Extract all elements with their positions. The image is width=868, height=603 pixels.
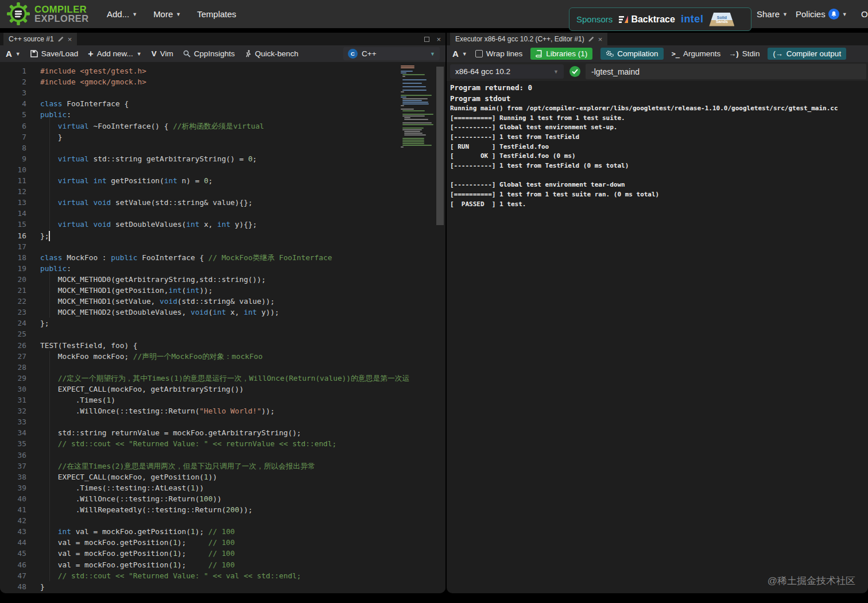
code-line: } [40,132,436,142]
menu-more[interactable]: More▼ [153,9,181,19]
output-line: [----------] 1 test from TestField [450,133,866,142]
code-line: public: [40,109,436,120]
line-number: 41 [0,504,26,515]
line-number: 7 [0,132,26,142]
chevron-down-icon: ▼ [176,11,181,17]
wrap-lines-toggle[interactable]: Wrap lines [475,49,523,58]
code-line: TEST(TestField, foo) { [40,340,436,351]
maximize-icon[interactable] [424,37,429,42]
line-number: 15 [0,219,26,230]
sponsors-box[interactable]: Sponsors Backtrace intel Solid Sands [569,7,751,31]
line-number: 38 [0,471,26,482]
output-line [450,171,866,181]
executor-toolbar: A ▼ Wrap lines Libraries (1) Compilation… [447,45,868,62]
code-line: //定义一个期望行为，其中Times(1)的意思是运行一次，WillOnce(R… [40,373,436,384]
compiler-output-button[interactable]: (→ Compiler output [768,48,846,60]
arrow-out-icon: (→ [773,49,782,58]
line-number: 9 [0,153,26,164]
save-load-button[interactable]: Save/Load [30,49,79,58]
line-number: 44 [0,537,26,548]
vim-toggle-button[interactable]: V Vim [152,49,173,58]
compiler-explorer-logo[interactable]: COMPILER EXPLORER [7,2,89,25]
rename-pencil-icon[interactable] [588,36,594,42]
line-number: 28 [0,362,26,373]
compiler-select[interactable]: x86-64 gcc 10.2 ▼ [450,64,564,79]
line-number: 2 [0,76,26,87]
libraries-button[interactable]: Libraries (1) [530,48,592,60]
code-line: #include <gtest/gtest.h> [40,65,436,76]
editor-scrollbar[interactable] [436,67,444,225]
code-line: #include <gmock/gmock.h> [40,76,436,87]
code-editor[interactable]: 1234567891011121314151617181920212223242… [0,62,445,593]
line-number: 30 [0,384,26,395]
bell-icon [828,9,839,20]
quick-bench-button[interactable]: Quick-bench [245,49,299,58]
line-number: 47 [0,570,26,581]
code-line: int val = mockFoo.getPosition(1); // 100 [40,526,436,537]
line-number: 8 [0,142,26,153]
line-number: 14 [0,208,26,219]
book-icon [536,50,542,57]
tab-executor[interactable]: Executor x86-64 gcc 10.2 (C++, Editor #1… [450,33,607,45]
code-line: } [40,581,436,592]
code-line: val = mockFoo.getPosition(1); // 100 [40,548,436,559]
code-line: .WillRepeatedly(::testing::Return(200)); [40,504,436,515]
line-number: 5 [0,109,26,120]
gears-icon [606,50,614,57]
line-number: 24 [0,318,26,328]
add-new-button[interactable]: + Add new... ▼ [88,49,141,59]
output-line: [ PASSED ] 1 test. [450,200,866,210]
close-icon[interactable]: × [68,36,72,43]
policies-menu[interactable]: Policies ▼ [796,0,847,28]
source-tab-row: C++ source #1 × × [0,33,445,45]
minimap[interactable] [400,65,433,152]
executor-pane: Executor x86-64 gcc 10.2 (C++, Editor #1… [447,33,868,593]
share-menu[interactable]: Share▼ [757,0,788,28]
line-number: 6 [0,121,26,132]
close-pane-icon[interactable]: × [436,36,441,43]
line-number: 29 [0,373,26,384]
code-line: virtual void setDoubleValues(int x, int … [40,219,436,230]
line-number: 10 [0,164,26,175]
magnifier-icon [183,50,191,57]
solid-sands-logo[interactable]: Solid Sands [709,13,734,26]
line-number: 25 [0,328,26,339]
cppinsights-button[interactable]: CppInsights [183,49,235,58]
line-number: 4 [0,98,26,109]
code-line: val = mockFoo.getPosition(1); // 100 [40,559,436,570]
line-number: 48 [0,581,26,592]
tab-title: Executor x86-64 gcc 10.2 (C++, Editor #1… [455,35,584,43]
tab-cpp-source[interactable]: C++ source #1 × [3,33,77,45]
chevron-down-icon: ▼ [137,51,142,57]
output-header-line: Program returned: 0 [450,82,866,93]
output-header-line: Program stdout [450,93,866,104]
line-number: 27 [0,351,26,362]
backtrace-logo[interactable]: Backtrace [618,14,675,25]
font-size-button[interactable]: A ▼ [452,49,467,59]
compilation-button[interactable]: Compilation [600,48,663,60]
font-size-button[interactable]: A ▼ [6,49,21,59]
language-select[interactable]: C C++ ▼ [343,47,440,60]
compile-arguments-input[interactable]: -lgtest_maind [586,64,866,79]
code-line: // std::cout << "Returned Value: " << va… [40,570,436,581]
backtrace-icon [618,14,629,25]
output-line: Running main() from /opt/compiler-explor… [450,104,866,114]
line-number: 3 [0,87,26,98]
output-line: [==========] Running 1 test from 1 test … [450,114,866,123]
cpp-language-icon: C [348,49,358,59]
close-icon[interactable]: × [598,36,603,43]
code-line: .WillOnce(::testing::Return(100)) [40,493,436,504]
main-menu: Add...▼ More▼ Templates [107,0,237,28]
intel-logo[interactable]: intel [681,13,704,25]
menu-templates[interactable]: Templates [197,9,236,19]
code-line: EXPECT_CALL(mockFoo, getPosition(1)) [40,471,436,482]
stdin-button[interactable]: →) Stdin [728,49,760,58]
line-number: 20 [0,274,26,285]
arguments-button[interactable]: >_ Arguments [672,49,721,58]
floppy-icon [30,50,38,57]
overflow-menu[interactable]: O [861,0,868,28]
menu-add[interactable]: Add...▼ [107,9,137,19]
rename-pencil-icon[interactable] [58,36,64,42]
plus-icon: + [88,49,93,59]
code-line: .WillOnce(::testing::Return("Hello World… [40,405,436,416]
